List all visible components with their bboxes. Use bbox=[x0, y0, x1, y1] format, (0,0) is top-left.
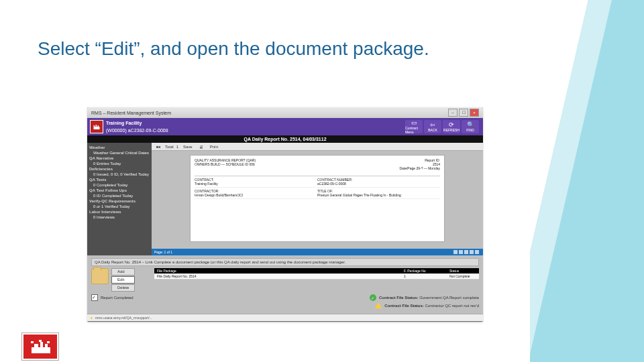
maximize-button[interactable]: ☐ bbox=[459, 109, 468, 117]
back-label: BACK bbox=[428, 128, 437, 132]
sidebar-item[interactable]: 0 Completed Today bbox=[93, 183, 150, 187]
table-header: File Package bbox=[154, 268, 401, 274]
table-row[interactable]: File Daily Report No. 2514 1 Not Complet… bbox=[154, 274, 479, 280]
window-titlebar: RMS – Resident Management System – ☐ × bbox=[87, 107, 483, 118]
status-url-bar: ★ mmx.usace.army.mil/QA_rmsupport/... bbox=[87, 314, 483, 321]
status1-label: Contract File Status: bbox=[379, 296, 419, 300]
print-toolbar: ⏮ Total 1 Save 🖨 Print bbox=[152, 143, 483, 151]
refresh-icon: ⟳ bbox=[449, 122, 454, 128]
total-label: Total bbox=[165, 145, 174, 149]
url-text: mmx.usace.army.mil/QA_rmsupport/... bbox=[95, 316, 152, 320]
star-icon: ★ bbox=[90, 316, 93, 320]
doc-right3: Date/Page 29-? — Monday bbox=[399, 166, 440, 170]
nav-zoom-icon[interactable] bbox=[475, 250, 479, 254]
nav-next-icon[interactable] bbox=[464, 250, 468, 254]
sidebar-item[interactable]: 0 or 1 Verified Today bbox=[93, 204, 150, 208]
sidebar-section-qanarrative[interactable]: QA Narrative bbox=[89, 156, 150, 160]
sidebar-section-followups[interactable]: QA Test Follow Ups bbox=[89, 188, 150, 192]
sidebar-item[interactable]: 0 Entries Today bbox=[93, 162, 150, 166]
bottom-section: QA Daily Report No. 2514 – Link Complete… bbox=[87, 255, 483, 314]
back-button[interactable]: ⇦BACK bbox=[424, 120, 441, 133]
delete-button[interactable]: Delete bbox=[111, 284, 135, 292]
close-button[interactable]: × bbox=[470, 109, 479, 117]
sidebar-section-labor[interactable]: Labor Interviews bbox=[89, 210, 150, 214]
folder-icon bbox=[91, 268, 109, 284]
nav-prev-icon[interactable] bbox=[459, 250, 463, 254]
table-header: Status bbox=[447, 268, 479, 274]
refresh-label: REFRESH bbox=[443, 128, 460, 132]
bottom-note: QA Daily Report No. 2514 – Link Complete… bbox=[91, 258, 479, 266]
usace-logo bbox=[22, 333, 58, 360]
nav-first-icon[interactable] bbox=[453, 250, 458, 254]
add-button[interactable]: Add bbox=[111, 268, 135, 276]
usace-logo-small bbox=[90, 120, 103, 133]
sidebar-section-weather[interactable]: Weather bbox=[89, 145, 150, 149]
header-contract: (W00000) aC2382-09-C-0008 bbox=[106, 127, 401, 134]
refresh-button[interactable]: ⟳REFRESH bbox=[443, 120, 460, 133]
window-title: RMS – Resident Management System bbox=[91, 111, 171, 115]
table-header: F. Package No bbox=[401, 268, 447, 274]
page-indicator: Page: 1 of 1 bbox=[152, 250, 172, 254]
status2-value: Contractor QC report not rec'd bbox=[424, 304, 479, 308]
contract-menu-label: Contract Menu bbox=[405, 126, 423, 134]
doc-cell: aC2382-09-C-0008 bbox=[317, 182, 346, 186]
sidebar-section-verifyqc[interactable]: Verify-QC Requirements bbox=[89, 199, 150, 203]
doc-cell: Inman Design Build/Benham/JCI bbox=[195, 193, 243, 197]
report-completed-checkbox[interactable] bbox=[91, 294, 98, 301]
package-table: File Package F. Package No Status File D… bbox=[154, 268, 479, 292]
save-tool[interactable]: Save bbox=[181, 145, 195, 149]
status2-label: Contract File Status: bbox=[384, 304, 424, 308]
table-cell: File Daily Report No. 2514 bbox=[154, 274, 401, 279]
print-tool[interactable]: Print bbox=[208, 145, 220, 149]
sidebar-item[interactable]: 0 Issued, 0 ID, 0 Verified Today bbox=[93, 172, 150, 176]
minimize-button[interactable]: – bbox=[448, 109, 458, 117]
slide-heading: Select “Edit”, and open the document pac… bbox=[38, 38, 510, 60]
sidebar-item[interactable]: 0 ID Completed Today bbox=[93, 194, 150, 198]
search-icon: 🔍 bbox=[467, 122, 474, 128]
status1-value: Government QA Report complete bbox=[419, 296, 479, 300]
doc-cell: Training Facility bbox=[195, 182, 218, 186]
doc-title2: OWNERS BUILD — SCHEDULE ID 006 bbox=[195, 162, 399, 166]
find-button[interactable]: 🔍FIND bbox=[462, 120, 479, 133]
sidebar: Weather Weather General Critical Dates Q… bbox=[87, 143, 152, 255]
slide-decoration bbox=[530, 0, 644, 362]
total-value: 1 bbox=[176, 145, 178, 149]
sidebar-item[interactable]: 0 Interviews bbox=[93, 215, 150, 219]
printer-icon[interactable]: 🖨 bbox=[197, 145, 205, 149]
sidebar-section-qatests[interactable]: QA Tests bbox=[89, 178, 150, 182]
nav-last-icon[interactable] bbox=[470, 250, 474, 254]
status-warning-icon bbox=[375, 302, 382, 308]
screenshot-window: RMS – Resident Management System – ☐ × T… bbox=[87, 107, 483, 322]
table-cell: 1 bbox=[401, 274, 447, 279]
doc-cell: Preston General Global Pages The Floatin… bbox=[317, 193, 401, 197]
report-completed-label: Report Completed bbox=[101, 296, 133, 300]
table-cell: Not Complete bbox=[447, 274, 479, 279]
header-title-block: Training Facility (W00000) aC2382-09-C-0… bbox=[106, 119, 401, 134]
contract-menu-button[interactable]: ▭Contract Menu bbox=[405, 120, 423, 133]
back-icon: ⇦ bbox=[430, 122, 435, 128]
report-title-bar: QA Daily Report No. 2514, 04/03/3112 bbox=[87, 135, 483, 143]
find-label: FIND bbox=[466, 128, 474, 132]
status-ok-icon: ✓ bbox=[370, 294, 376, 301]
sidebar-section-deficiencies[interactable]: Deficiencies bbox=[89, 167, 150, 171]
sidebar-item[interactable]: Weather General Critical Dates bbox=[93, 151, 150, 155]
edit-button[interactable]: Edit bbox=[111, 276, 135, 284]
pagination-bar: Page: 1 of 1 bbox=[152, 249, 483, 255]
document-page: QUALITY ASSURANCE REPORT (QAR) OWNERS BU… bbox=[190, 155, 445, 242]
header-facility: Training Facility bbox=[106, 119, 401, 127]
first-page-icon[interactable]: ⏮ bbox=[154, 145, 162, 149]
app-header: Training Facility (W00000) aC2382-09-C-0… bbox=[87, 118, 483, 135]
clipboard-icon: ▭ bbox=[411, 120, 417, 126]
document-preview-area: ⏮ Total 1 Save 🖨 Print QUALITY ASSURANCE… bbox=[152, 143, 483, 255]
